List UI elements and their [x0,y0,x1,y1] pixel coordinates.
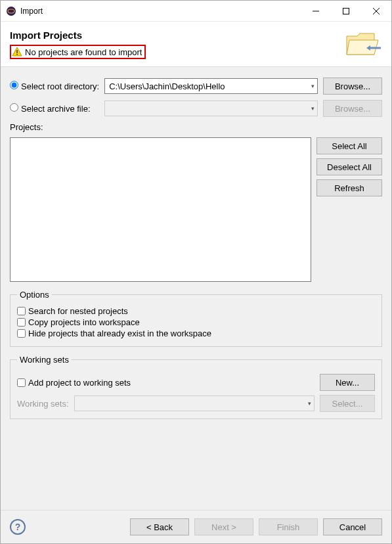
browse-root-button[interactable]: Browse... [323,78,382,95]
select-working-set-button: Select... [320,395,375,412]
options-legend: Options [17,290,52,300]
eclipse-icon [6,6,16,16]
wizard-banner: Import Projects No projects are found to… [1,22,391,67]
archive-file-radio[interactable]: Select archive file: [10,103,99,114]
svg-rect-8 [16,54,18,55]
working-sets-legend: Working sets [17,355,72,365]
deselect-all-button[interactable]: Deselect All [316,158,382,175]
titlebar: Import [1,1,391,22]
page-title: Import Projects [10,30,339,41]
maximize-button[interactable] [331,1,361,22]
projects-list[interactable] [10,137,311,282]
add-working-sets-checkbox[interactable] [17,378,26,387]
back-button[interactable]: < Back [130,518,189,535]
close-button[interactable] [361,1,391,22]
browse-archive-button: Browse... [323,100,382,117]
cancel-button[interactable]: Cancel [323,518,382,535]
options-group: Options Search for nested projects Copy … [10,290,382,347]
warning-icon [12,47,22,57]
refresh-button[interactable]: Refresh [316,179,382,196]
working-sets-group: Working sets Add project to working sets… [10,355,382,419]
projects-label: Projects: [10,122,43,132]
warning-message: No projects are found to import [10,45,146,59]
wizard-content: Select root directory: C:\Users\Jachin\D… [1,67,391,510]
help-icon[interactable]: ? [10,519,26,535]
svg-rect-7 [16,50,18,53]
select-all-button[interactable]: Select All [316,137,382,154]
root-directory-radio[interactable]: Select root directory: [10,81,99,91]
hide-existing-checkbox[interactable] [17,329,26,338]
minimize-button[interactable] [301,1,331,22]
working-sets-label: Working sets: [17,399,69,409]
next-button: Next > [194,518,253,535]
working-sets-combo: ▾ [74,396,315,411]
finish-button: Finish [259,518,318,535]
window-title: Import [20,7,301,16]
warning-text: No projects are found to import [25,47,142,57]
new-working-set-button[interactable]: New... [320,374,375,391]
root-directory-combo[interactable]: C:\Users\Jachin\Desktop\Hello▾ [104,78,318,94]
nested-projects-checkbox[interactable] [17,307,26,315]
archive-file-combo: ▾ [104,101,318,116]
wizard-footer: ? < Back Next > Finish Cancel [1,510,391,543]
copy-workspace-checkbox[interactable] [17,318,26,327]
import-folder-icon [344,30,382,61]
svg-rect-3 [343,8,349,14]
